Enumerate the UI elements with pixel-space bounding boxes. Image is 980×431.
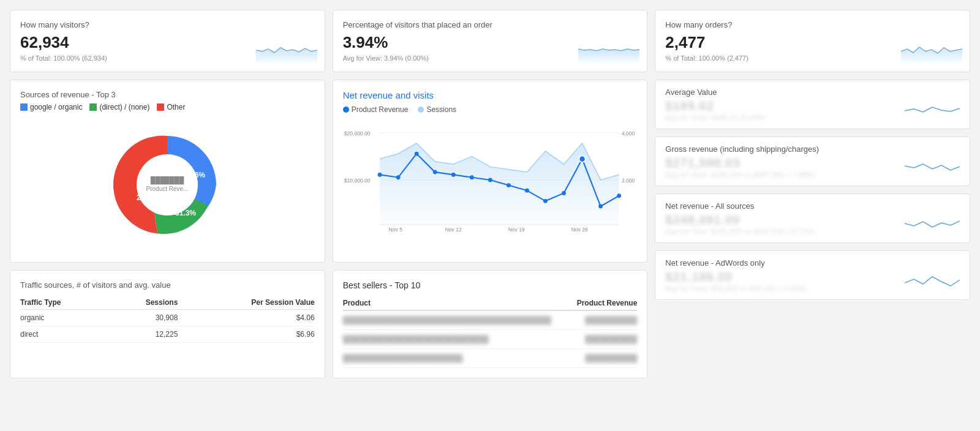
net-revenue-adwords-card: Net revenue - AdWords only $21,186.00 Av… [655,250,970,300]
svg-point-18 [579,156,585,162]
bestsellers-title: Best sellers - Top 10 [343,280,638,290]
traffic-row: direct 12,225 $6.96 [20,326,315,343]
bestsellers-card: Best sellers - Top 10 Product Product Re… [333,270,648,378]
legend-label-direct: (direct) / (none) [99,103,149,111]
donut-center-label: Product Reve... [146,186,189,192]
legend-label-other: Other [167,103,185,111]
svg-text:4,000: 4,000 [622,130,635,137]
dashboard: How many visitors? 62,934 % of Total: 10… [10,10,970,378]
orders-sparkline [901,38,962,64]
svg-text:Nov 19: Nov 19 [508,227,524,233]
bs-revenue: ██████████ [571,310,637,330]
net-revenue-chart: $20,000.00 $10,000.00 4,000 2,000 [343,119,638,241]
svg-point-17 [562,191,566,195]
svg-text:$20,000.00: $20,000.00 [344,130,370,137]
donut-label-other: 28% [137,193,151,202]
avg-value-sub: Avg for View: $189.23 (5.49%) [665,114,766,121]
net-revenue-card: Net revenue and visits Product Revenue S… [333,80,648,263]
bs-product: ████████████████████████████ [343,330,571,349]
conversion-card: Percentage of visitors that placed an or… [333,10,648,72]
traffic-title: Traffic sources, # of visitors and avg. … [20,280,315,290]
svg-text:Nov 26: Nov 26 [571,227,587,233]
svg-text:2,000: 2,000 [622,178,635,184]
svg-text:Nov 12: Nov 12 [445,227,461,233]
svg-point-7 [377,173,382,177]
svg-point-19 [598,204,603,208]
gross-revenue-value: $271,598.03 [665,156,815,170]
avg-value-card: Average Value $199.62 Avg for View: $189… [655,80,970,129]
traffic-col-value: Per Session Value [178,296,314,310]
bestsellers-table: Product Product Revenue ████████████████… [343,296,638,368]
bs-product: ████████████████████████████████████████ [343,310,571,330]
net-revenue-all-card: Net revenue - All sources $248,091.00 Av… [655,193,970,243]
net-revenue-all-title: Net revenue - All sources [665,201,960,211]
legend-product-revenue: Product Revenue [343,105,409,114]
sources-card: Sources of revenue - Top 3 google / orga… [10,80,325,263]
sources-legend: google / organic (direct) / (none) Other [20,103,315,111]
donut-label-direct: 31.3% [175,209,196,217]
net-revenue-title: Net revenue and visits [343,90,638,100]
legend-color-google [20,103,28,111]
net-revenue-all-sub: Avg for View: $221,432 vs $241,003 (-8.1… [665,228,815,235]
donut-label-google: 40.6% [184,171,205,179]
bs-col-product: Product [343,296,571,310]
bs-row: ████████████████████████████████████████… [343,310,638,330]
gross-revenue-title: Gross revenue (including shipping/charge… [665,144,960,154]
net-revenue-adwords-sparkline [905,271,960,292]
legend-item-other: Other [157,103,185,111]
visitors-sparkline [256,38,317,64]
right-column: Average Value $199.62 Avg for View: $189… [655,80,970,378]
legend-label-google: google / organic [30,103,82,111]
orders-title: How many orders? [665,20,960,29]
svg-point-12 [470,175,474,179]
net-revenue-adwords-title: Net revenue - AdWords only [665,258,960,268]
gross-revenue-sub: Avg for View: $248,243 vs $267,001 (-7.0… [665,171,815,178]
legend-label-sessions: Sessions [426,105,456,114]
avg-value-sparkline [905,100,960,121]
svg-point-14 [507,183,511,187]
svg-point-13 [488,178,492,182]
legend-item-direct: (direct) / (none) [89,103,149,111]
gross-revenue-sparkline [905,157,960,178]
svg-point-11 [451,173,455,177]
visitors-card: How many visitors? 62,934 % of Total: 10… [10,10,325,72]
gross-revenue-card: Gross revenue (including shipping/charge… [655,137,970,186]
bs-product: ███████████████████████ [343,349,571,368]
traffic-type: organic [20,310,108,326]
visitors-title: How many visitors? [20,20,315,29]
traffic-col-sessions: Sessions [108,296,178,310]
conversion-sparkline [578,38,639,64]
svg-text:$10,000.00: $10,000.00 [344,178,370,184]
legend-color-direct [89,103,97,111]
traffic-sessions: 12,225 [108,326,178,343]
donut-hole [137,154,198,216]
traffic-table: Traffic Type Sessions Per Session Value … [20,296,315,343]
orders-card: How many orders? 2,477 % of Total: 100.0… [655,10,970,72]
net-revenue-all-value: $248,091.00 [665,213,815,227]
svg-point-9 [414,152,418,156]
bs-col-revenue: Product Revenue [571,296,637,310]
avg-value-value: $199.62 [665,99,766,113]
bs-revenue: ██████████ [571,349,637,368]
traffic-type: direct [20,326,108,343]
legend-dot-revenue [343,107,349,113]
chart-legend: Product Revenue Sessions [343,105,638,114]
legend-dot-sessions [418,107,424,113]
net-revenue-adwords-sub: Avg for View: $18,932 vs $20,102 (-5.82%… [665,285,807,292]
traffic-per-session: $4.06 [178,310,314,326]
traffic-row: organic 30,908 $4.06 [20,310,315,326]
traffic-per-session: $6.96 [178,326,314,343]
bs-revenue: ██████████ [571,330,637,349]
avg-value-title: Average Value [665,88,960,97]
donut-chart: ███████ Product Reve... 40.6% 31.3% 28% [20,118,315,252]
traffic-col-type: Traffic Type [20,296,108,310]
legend-label-revenue: Product Revenue [352,105,409,114]
svg-point-10 [432,170,437,174]
sources-title: Sources of revenue - Top 3 [20,90,315,99]
bs-row: ███████████████████████ ██████████ [343,349,638,368]
bs-row: ████████████████████████████ ██████████ [343,330,638,349]
net-revenue-all-sparkline [905,214,960,235]
donut-center-value: ███████ [151,176,184,185]
net-revenue-adwords-value: $21,186.00 [665,270,807,284]
traffic-sessions: 30,908 [108,310,178,326]
